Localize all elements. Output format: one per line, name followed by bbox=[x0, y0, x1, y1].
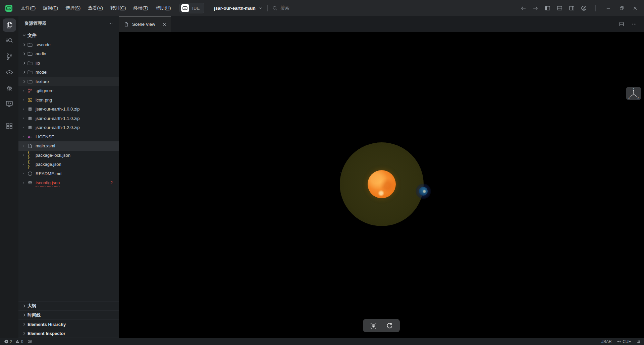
section-label: 文件 bbox=[28, 32, 37, 39]
scene-viewport[interactable]: Y Z X bbox=[119, 32, 644, 338]
menu-terminal[interactable]: 终端(T) bbox=[130, 3, 152, 13]
menu-edit[interactable]: 编辑(E) bbox=[39, 3, 62, 13]
divider bbox=[5, 115, 14, 115]
tree-file-package-lock.json[interactable]: { }package-lock.json bbox=[18, 151, 119, 160]
chevron-right-icon bbox=[22, 331, 28, 336]
close-tab-button[interactable] bbox=[161, 21, 168, 28]
global-search[interactable]: 搜索 bbox=[272, 5, 289, 11]
key-icon bbox=[28, 134, 33, 139]
menu-file[interactable]: 文件(F) bbox=[17, 3, 39, 13]
divider bbox=[209, 5, 209, 11]
toggle-left-panel-button[interactable] bbox=[542, 3, 552, 13]
account-button[interactable] bbox=[579, 3, 589, 13]
bell-slash-icon bbox=[636, 339, 641, 344]
nav-back-button[interactable] bbox=[518, 3, 528, 13]
file-bullet bbox=[22, 154, 28, 156]
tab-scene-view[interactable]: Scene View bbox=[119, 16, 171, 32]
tree-file-jsar-our-earth-1.2.0.zip[interactable]: jsar-our-earth-1.2.0.zip bbox=[18, 123, 119, 132]
activity-explorer[interactable] bbox=[3, 18, 16, 32]
json-icon: { } bbox=[28, 152, 33, 158]
zip-icon bbox=[28, 125, 33, 130]
tree-file-jsar-our-earth-1.1.0.zip[interactable]: jsar-our-earth-1.1.0.zip bbox=[18, 114, 119, 123]
refresh-icon bbox=[386, 322, 393, 330]
section-outline[interactable]: 大纲 bbox=[18, 301, 119, 310]
folder-icon bbox=[28, 42, 33, 47]
split-editor-button[interactable] bbox=[616, 19, 627, 29]
close-window-button[interactable] bbox=[629, 2, 641, 14]
tree-folder-audio[interactable]: audio bbox=[18, 49, 119, 59]
chevron-right-icon bbox=[22, 313, 28, 318]
tree-folder-lib[interactable]: lib bbox=[18, 59, 119, 68]
folder-icon bbox=[28, 60, 33, 66]
split-editor-icon bbox=[619, 21, 624, 27]
section-element-inspector[interactable]: Element Inspector bbox=[18, 329, 119, 338]
info-icon bbox=[28, 171, 33, 176]
chevron-right-icon bbox=[22, 303, 28, 308]
tree-folder-texture[interactable]: texture bbox=[18, 77, 119, 86]
activity-bar bbox=[0, 16, 18, 338]
ide-mode-badge[interactable]: IDE bbox=[179, 3, 204, 13]
close-icon bbox=[162, 22, 166, 26]
tree-file-package.json[interactable]: { }package.json bbox=[18, 160, 119, 169]
editor-more-actions-button[interactable] bbox=[629, 19, 639, 29]
menu-help[interactable]: 帮助(H) bbox=[152, 3, 175, 13]
tree-file-tsconfig.json[interactable]: tsconfig.json2 bbox=[18, 178, 119, 188]
project-switcher[interactable]: jsar-our-earth-main bbox=[214, 6, 263, 11]
file-bullet bbox=[22, 145, 28, 147]
ellipsis-icon bbox=[632, 21, 637, 27]
screen-robot-icon bbox=[28, 339, 32, 344]
tree-file-jsar-our-earth-1.0.0.zip[interactable]: jsar-our-earth-1.0.0.zip bbox=[18, 105, 119, 114]
section-timeline[interactable]: 时间线 bbox=[18, 310, 119, 320]
activity-search[interactable] bbox=[3, 34, 16, 48]
image-icon bbox=[28, 97, 33, 102]
more-actions-button[interactable] bbox=[107, 20, 114, 27]
problems-indicator[interactable]: 2 0 bbox=[4, 339, 23, 344]
notifications-muted-button[interactable] bbox=[636, 339, 641, 344]
explorer-sidebar: 资源管理器 文件.vscodeaudiolibmodeltexture.giti… bbox=[18, 16, 119, 338]
activity-source-control[interactable] bbox=[3, 50, 16, 63]
reload-scene-button[interactable] bbox=[384, 320, 395, 331]
tree-file-gitignore[interactable]: .gitignore bbox=[18, 86, 119, 95]
menu-view[interactable]: 查看(V) bbox=[84, 3, 107, 13]
git-icon bbox=[28, 88, 33, 93]
tree-section-files[interactable]: 文件 bbox=[18, 31, 119, 40]
bug-icon bbox=[5, 84, 13, 92]
menu-selection[interactable]: 选择(S) bbox=[62, 3, 84, 13]
app-logo-icon bbox=[5, 5, 12, 12]
activity-debug[interactable] bbox=[3, 81, 16, 95]
git-branch-icon bbox=[5, 53, 13, 61]
chevron-right-icon bbox=[22, 60, 28, 66]
nav-forward-button[interactable] bbox=[530, 3, 540, 13]
divider bbox=[267, 5, 268, 11]
tree-folder-model[interactable]: model bbox=[18, 68, 119, 77]
earth-sphere bbox=[419, 187, 428, 196]
tree-file-main.xsml[interactable]: main.xsml bbox=[18, 141, 119, 151]
file-bullet bbox=[22, 173, 28, 174]
cue-status[interactable]: CUE bbox=[617, 339, 631, 344]
ellipsis-icon bbox=[108, 21, 113, 26]
tree-file-icon.png[interactable]: icon.png bbox=[18, 95, 119, 105]
toggle-bottom-panel-button[interactable] bbox=[554, 3, 565, 13]
axis-gizmo-button[interactable]: Y Z X bbox=[626, 87, 641, 100]
warning-icon bbox=[15, 339, 20, 344]
tree-file-README.md[interactable]: README.md bbox=[18, 169, 119, 179]
activity-preview[interactable] bbox=[3, 66, 16, 79]
device-screen-button[interactable] bbox=[28, 339, 32, 344]
chevron-right-icon bbox=[22, 51, 28, 57]
jsar-status[interactable]: JSAR bbox=[601, 339, 612, 344]
tab-bar: Scene View bbox=[119, 16, 644, 32]
activity-screen-code[interactable] bbox=[3, 97, 16, 111]
menu-bar: 文件(F)编辑(E)选择(S)查看(V)转到(G)终端(T)帮助(H) bbox=[17, 0, 175, 16]
toggle-right-panel-button[interactable] bbox=[567, 3, 577, 13]
chevron-right-icon bbox=[22, 42, 28, 47]
minimize-button[interactable] bbox=[602, 2, 614, 14]
restore-button[interactable] bbox=[616, 2, 627, 14]
activity-extensions[interactable] bbox=[3, 119, 16, 133]
tree-folder-vscode[interactable]: .vscode bbox=[18, 40, 119, 50]
tree-file-LICENSE[interactable]: LICENSE bbox=[18, 132, 119, 142]
menu-go[interactable]: 转到(G) bbox=[107, 3, 130, 13]
ide-window: 文件(F)编辑(E)选择(S)查看(V)转到(G)终端(T)帮助(H) IDE … bbox=[0, 0, 644, 345]
tab-label: Scene View bbox=[132, 22, 155, 27]
frame-object-button[interactable] bbox=[368, 320, 379, 331]
section-elements-hierarchy[interactable]: Elements Hirarchy bbox=[18, 320, 119, 329]
